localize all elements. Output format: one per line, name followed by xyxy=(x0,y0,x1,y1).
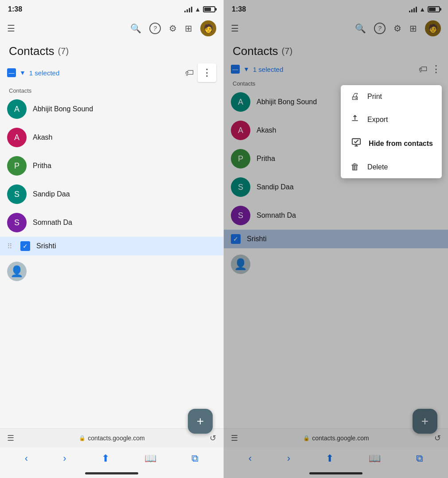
time-left: 1:38 xyxy=(8,5,22,13)
forward-button-left[interactable]: › xyxy=(63,453,66,464)
search-icon-left[interactable]: 🔍 xyxy=(130,23,141,34)
contact-item-left-1[interactable]: A Akash xyxy=(0,123,223,152)
contact-item-left-0[interactable]: A Abhijit Bong Sound xyxy=(0,95,223,123)
contact-item-left-2[interactable]: P Pritha xyxy=(0,152,223,180)
name-sandip-left: Sandip Daa xyxy=(33,190,70,198)
select-checkbox-left[interactable]: — xyxy=(7,68,16,77)
left-panel: 1:38 ▲ ☰ 🔍 ? ⚙ ⊞ 🧑 Contacts (7) xyxy=(0,0,224,478)
toolbar-left: ☰ 🔍 ? ⚙ ⊞ 🧑 xyxy=(0,17,223,40)
nav-bar-left: ‹ › ⬆ 📖 ⧉ xyxy=(0,447,223,470)
contacts-header-left: Contacts (7) xyxy=(0,40,223,61)
reload-icon-left[interactable]: ↺ xyxy=(210,433,216,443)
lock-icon-left: 🔒 xyxy=(79,435,86,441)
contact-list-left: A Abhijit Bong Sound A Akash P Pritha S … xyxy=(0,95,223,428)
help-icon-left[interactable]: ? xyxy=(149,23,161,34)
avatar-somnath-left: S xyxy=(7,213,27,232)
name-akash-left: Akash xyxy=(33,133,52,141)
dropdown-label-delete: Delete xyxy=(367,163,388,171)
contact-item-left-3[interactable]: S Sandip Daa xyxy=(0,180,223,208)
overlay xyxy=(224,0,448,478)
back-button-left[interactable]: ‹ xyxy=(25,453,28,464)
delete-icon: 🗑 xyxy=(350,162,360,172)
name-srishti-left: Srishti xyxy=(36,242,56,250)
bookmarks-button-left[interactable]: 📖 xyxy=(144,453,156,464)
selection-bar-left: — ▼ 1 selected 🏷 ⋮ xyxy=(0,61,223,85)
url-text-left: contacts.google.com xyxy=(88,435,144,442)
export-icon xyxy=(350,114,360,125)
checked-icon-left[interactable]: ✓ xyxy=(20,241,30,251)
contact-item-left-4[interactable]: S Somnath Da xyxy=(0,208,223,237)
wifi-icon-left: ▲ xyxy=(195,6,201,13)
share-button-left[interactable]: ⬆ xyxy=(101,453,109,464)
url-bar-left[interactable]: 🔒 contacts.google.com xyxy=(19,435,204,442)
dropdown-label-hide: Hide from contacts xyxy=(369,140,433,148)
dropdown-item-print[interactable]: 🖨 Print xyxy=(341,85,442,108)
tabs-button-left[interactable]: ⧉ xyxy=(191,453,199,464)
dropdown-item-hide[interactable]: Hide from contacts xyxy=(341,131,442,156)
name-somnath-left: Somnath Da xyxy=(33,219,72,227)
print-icon: 🖨 xyxy=(350,91,360,102)
tabs-icon-left[interactable]: ☰ xyxy=(7,433,14,443)
avatar-akash-left: A xyxy=(7,128,27,147)
contacts-group-label-left: Contacts xyxy=(0,85,223,95)
contact-item-left-ghost: 👤 xyxy=(0,255,223,286)
hide-icon xyxy=(351,137,362,149)
fab-button-left[interactable]: + xyxy=(188,409,213,434)
status-bar-left: 1:38 ▲ xyxy=(0,0,223,17)
contacts-title-left: Contacts xyxy=(9,44,55,58)
dropdown-label-export: Export xyxy=(367,116,388,124)
menu-icon-left[interactable]: ☰ xyxy=(7,23,15,34)
grid-icon-left[interactable]: ⊞ xyxy=(185,23,192,34)
selected-count-left: 1 selected xyxy=(29,69,182,77)
dropdown-item-export[interactable]: Export xyxy=(341,108,442,131)
settings-icon-left[interactable]: ⚙ xyxy=(169,23,177,34)
dropdown-item-delete[interactable]: 🗑 Delete xyxy=(341,156,442,178)
label-icon-left[interactable]: 🏷 xyxy=(185,68,194,78)
ghost-avatar-left: 👤 xyxy=(7,262,27,281)
right-panel: 1:38 ▲ ☰ 🔍 ? ⚙ ⊞ 🧑 Contacts (7) xyxy=(224,0,448,478)
name-pritha-left: Pritha xyxy=(33,162,51,170)
contact-item-left-5[interactable]: ⠿ ✓ Srishti xyxy=(0,237,223,255)
avatar-left[interactable]: 🧑 xyxy=(200,20,216,36)
battery-icon-left xyxy=(203,6,215,12)
signal-icon-left xyxy=(184,6,192,12)
name-abhijit-left: Abhijit Bong Sound xyxy=(33,105,93,113)
drag-icon-left: ⠿ xyxy=(7,242,12,251)
more-button-left[interactable]: ⋮ xyxy=(198,63,216,82)
dropdown-label-print: Print xyxy=(367,93,382,101)
status-icons-left: ▲ xyxy=(184,6,215,13)
avatar-sandip-left: S xyxy=(7,184,27,204)
select-arrow-left[interactable]: ▼ xyxy=(19,69,26,76)
dropdown-menu[interactable]: 🖨 Print Export Hide from contacts 🗑 xyxy=(341,85,442,178)
contacts-count-left: (7) xyxy=(58,46,69,56)
avatar-pritha-left: P xyxy=(7,156,27,176)
home-indicator-left xyxy=(85,472,138,474)
avatar-abhijit-left: A xyxy=(7,99,27,119)
